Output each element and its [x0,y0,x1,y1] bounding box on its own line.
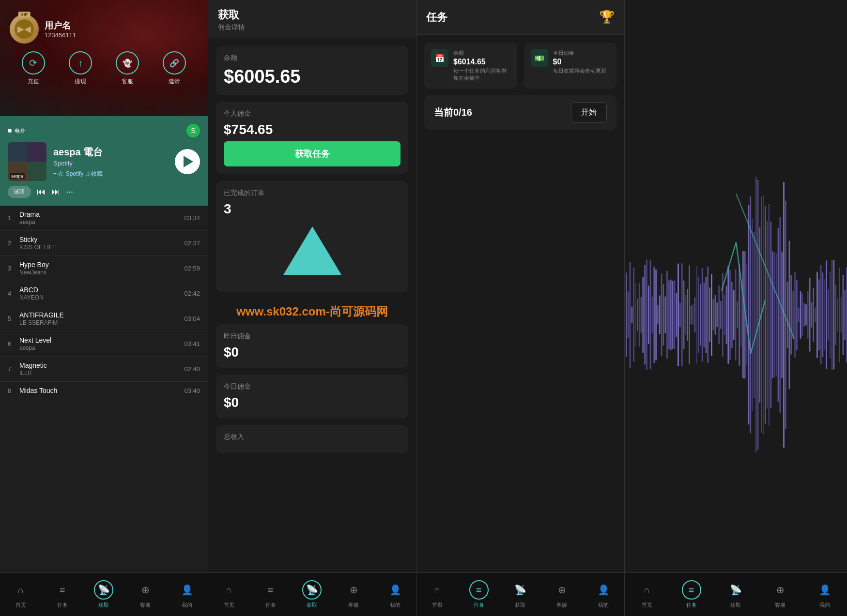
svg-rect-17 [655,270,657,361]
nav-tasks-me[interactable]: 👤 我的 [594,580,613,609]
total-income-section: 总收入 [216,425,408,453]
svg-rect-68 [750,196,751,433]
svg-rect-19 [659,296,661,334]
task-daily-sublabel: 今日佣金 [553,49,610,57]
action-invite[interactable]: 🔗 邀请 [163,51,186,86]
play-icon [184,156,193,167]
svg-rect-113 [833,260,834,370]
play-button[interactable] [175,149,200,174]
svg-rect-60 [735,270,737,361]
nav-service[interactable]: ⊕ 客服 [136,580,155,609]
service-nav-icon: ⊕ [136,580,155,600]
trial-button[interactable]: 试听 [8,186,31,198]
svg-rect-108 [824,279,825,350]
save-to-spotify-button[interactable]: + 在 Spotify 上收藏 [53,170,168,178]
track-item[interactable]: 8 Midas Touch 03:40 [0,382,208,400]
waveform-visualization [625,0,847,572]
track-item[interactable]: 2 Sticky KISS OF LIFE 02:37 [0,231,208,256]
accept-icon-t: 📡 [510,580,530,600]
track-artist: NewJeans [19,269,184,276]
nav-finance-accept[interactable]: 📡 获取 [302,580,322,609]
bottom-nav-tasks: ⌂ 首页 ≡ 任务 📡 获取 ⊕ 客服 👤 我的 [416,572,624,616]
svg-rect-43 [704,283,705,347]
nav-tr-service[interactable]: ⊕ 客服 [770,580,790,609]
me-icon: 👤 [177,580,197,600]
nav-finance-home[interactable]: ⌂ 首页 [219,580,239,609]
svg-rect-111 [830,271,831,359]
nav-tr-tasks-label: 任务 [686,601,697,609]
svg-rect-45 [707,267,708,363]
nav-finance-service[interactable]: ⊕ 客服 [344,580,363,609]
nav-finance-me[interactable]: 👤 我的 [385,580,405,609]
accept-icon-f: 📡 [302,580,322,600]
home-icon: ⌂ [11,580,31,600]
avatar: VIP ▶◀ [10,15,39,44]
task-balance-value: $6014.65 [453,58,510,66]
track-num: 8 [8,387,19,394]
nav-tr-accept[interactable]: 📡 获取 [726,580,745,609]
nav-tr-tasks[interactable]: ≡ 任务 [682,580,701,609]
track-item[interactable]: 6 Next Level aespa 03:41 [0,331,208,357]
svg-rect-27 [674,280,676,349]
bottom-nav-finance: ⌂ 首页 ≡ 任务 📡 获取 ⊕ 客服 👤 我的 [208,572,416,616]
action-service[interactable]: 👻 客服 [116,51,139,86]
svg-rect-13 [648,285,649,344]
nav-tr-me[interactable]: 👤 我的 [815,580,834,609]
album-cell-2 [27,142,46,162]
station-info: 电台 [8,127,25,135]
track-name: Drama [19,210,184,218]
nav-me[interactable]: 👤 我的 [177,580,197,609]
task-balance-card: 📅 余额 $6014.65 每一个任务的利润将增加在余额中 [424,43,517,89]
track-item[interactable]: 1 Drama aespa 03:34 [0,206,208,231]
track-duration: 02:37 [184,240,200,247]
action-recharge[interactable]: ⟳ 充值 [22,51,45,86]
svg-rect-47 [711,274,712,356]
nav-tasks-tasks[interactable]: ≡ 任务 [469,580,489,609]
track-artist: LE SSERAFIM [19,319,184,326]
balance-section: 余额 $6005.65 [216,46,408,95]
track-info: Midas Touch [19,387,184,395]
nav-tasks-home[interactable]: ⌂ 首页 [428,580,447,609]
prev-icon[interactable]: ⏮ [37,187,46,197]
finance-content: 余额 $6005.65 个人佣金 $754.65 获取任务 已完成的订单 3 w… [208,38,416,572]
svg-rect-24 [668,280,670,349]
next-icon[interactable]: ⏭ [51,187,60,197]
svg-rect-7 [637,299,638,331]
svg-rect-20 [661,274,662,356]
nav-tasks-tasks-label: 任务 [474,601,484,609]
svg-rect-85 [781,252,783,378]
nav-tasks-accept[interactable]: 📡 获取 [510,580,530,609]
svg-rect-34 [687,289,688,341]
nav-tasks-service[interactable]: ⊕ 客服 [552,580,571,609]
home-icon-f: ⌂ [219,580,239,600]
track-item[interactable]: 4 ABCD NAYEON 02:42 [0,281,208,306]
track-name: ANTIFRAGILE [19,311,184,319]
nav-tasks[interactable]: ≡ 任务 [53,580,72,609]
accept-task-button[interactable]: 获取任务 [224,141,400,166]
nav-tr-home[interactable]: ⌂ 首页 [637,580,657,609]
track-item[interactable]: 3 Hype Boy NewJeans 02:59 [0,256,208,281]
task-daily-card: 💵 今日佣金 $0 每日收益将会自动更新 [524,43,617,89]
track-item[interactable]: 7 Magnetic ILLIT 02:40 [0,357,208,382]
svg-rect-99 [807,291,809,339]
balance-value: $6005.65 [224,66,400,87]
yesterday-commission-section: 昨日佣金 $0 [216,324,408,368]
svg-rect-49 [715,295,716,335]
action-withdraw[interactable]: ↑ 提现 [69,51,92,86]
track-item[interactable]: 5 ANTIFRAGILE LE SSERAFIM 03:04 [0,306,208,331]
vip-row: VIP ▶◀ 用户名 123456111 [10,15,198,44]
svg-rect-116 [839,267,840,362]
svg-rect-33 [685,295,686,335]
svg-rect-63 [740,283,742,346]
nav-finance-accept-label: 获取 [307,601,317,609]
svg-rect-58 [731,282,733,348]
nav-finance-tasks[interactable]: ≡ 任务 [261,580,280,609]
svg-rect-37 [693,304,694,326]
nav-home[interactable]: ⌂ 首页 [11,580,31,609]
svg-rect-96 [801,293,803,336]
start-button[interactable]: 开始 [571,102,607,123]
more-icon[interactable]: ··· [66,187,73,197]
bottom-nav-music: ⌂ 首页 ≡ 任务 📡 获取 ⊕ 客服 👤 我的 [0,572,208,616]
svg-rect-15 [652,296,653,333]
nav-accept[interactable]: 📡 获取 [94,580,113,609]
